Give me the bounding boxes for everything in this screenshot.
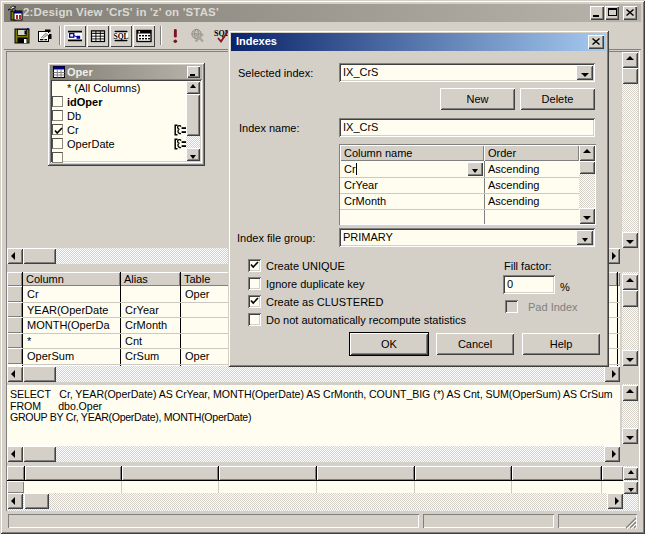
results-vscrollbar[interactable] — [623, 467, 638, 494]
cancel-query-button[interactable] — [187, 25, 209, 47]
show-sql-pane-button[interactable]: SQL — [110, 25, 132, 47]
scrollbar-thumb[interactable] — [622, 290, 638, 307]
column-row-operdate[interactable]: OperDate — [52, 137, 184, 151]
scroll-left-button[interactable] — [7, 446, 23, 462]
scrollbar-thumb[interactable] — [579, 161, 595, 174]
scroll-right-button[interactable] — [604, 446, 620, 462]
show-results-pane-button[interactable] — [133, 25, 155, 47]
grid-row-selector[interactable] — [7, 348, 22, 364]
grid-row-selector[interactable] — [7, 317, 22, 333]
dropdown-button[interactable] — [576, 230, 593, 245]
selected-index-combo[interactable]: IX_CrS — [339, 63, 595, 82]
table-list-scrollbar[interactable] — [186, 81, 200, 161]
recompute-statistics-checkbox[interactable] — [248, 313, 261, 326]
scroll-down-button[interactable] — [622, 350, 638, 366]
grid-header-alias[interactable]: Alias — [120, 272, 180, 286]
dialog-close-button[interactable] — [588, 35, 604, 49]
show-diagram-pane-button[interactable] — [64, 25, 86, 47]
scrollbar-thumb[interactable] — [186, 94, 200, 136]
scroll-up-button[interactable] — [622, 385, 638, 401]
grid-cell[interactable]: Cnt — [125, 335, 142, 347]
scroll-left-button[interactable] — [7, 493, 23, 509]
properties-button[interactable] — [34, 25, 56, 47]
scroll-up-button[interactable] — [623, 467, 638, 480]
scrollbar-thumb[interactable] — [23, 248, 56, 264]
run-button[interactable] — [164, 25, 186, 47]
new-button[interactable]: New — [440, 88, 515, 110]
minimize-button[interactable] — [590, 6, 604, 20]
close-button[interactable] — [623, 6, 637, 20]
scroll-left-button[interactable] — [7, 248, 23, 264]
scroll-up-button[interactable] — [622, 274, 638, 290]
grid-row-selector[interactable] — [7, 286, 22, 302]
grid-cell[interactable]: CrYear — [344, 179, 378, 191]
help-button[interactable]: Help — [522, 333, 600, 355]
grid-cell[interactable]: Ascending — [488, 179, 539, 191]
scroll-right-button[interactable] — [607, 493, 623, 509]
cancel-button[interactable]: Cancel — [436, 333, 514, 355]
grid-header-column[interactable]: Column — [22, 272, 120, 286]
grid-cell[interactable]: Oper — [185, 350, 209, 362]
grid-cell[interactable]: CrMonth — [125, 319, 167, 331]
resize-grip-icon[interactable] — [625, 517, 637, 529]
scrollbar-thumb[interactable] — [23, 446, 56, 462]
grid-cell[interactable]: CrMonth — [344, 195, 386, 207]
scroll-down-button[interactable] — [622, 232, 638, 248]
dropdown-button[interactable] — [467, 162, 483, 176]
grid-scrollbar[interactable] — [579, 145, 595, 224]
table-minimize-button[interactable] — [187, 66, 200, 78]
create-unique-checkbox[interactable] — [248, 259, 261, 272]
scrollbar-thumb[interactable] — [622, 68, 638, 84]
index-file-group-combo[interactable]: PRIMARY — [339, 228, 595, 247]
scroll-down-button[interactable] — [579, 208, 595, 224]
results-hscrollbar[interactable] — [7, 493, 623, 509]
grid-row-selector[interactable] — [7, 302, 22, 318]
show-grid-pane-button[interactable] — [87, 25, 109, 47]
fill-factor-field[interactable]: 0 — [503, 275, 555, 294]
create-as-clustered-checkbox[interactable] — [248, 295, 261, 308]
column-row-db[interactable]: Db — [52, 109, 184, 123]
grid-cell[interactable]: Ascending — [488, 195, 539, 207]
grid-cell[interactable]: YEAR(OperDate — [27, 304, 108, 316]
table-window-oper[interactable]: Oper * (All Columns) idOper Db — [47, 62, 205, 166]
sql-vscrollbar[interactable] — [622, 384, 638, 444]
ignore-duplicate-key-checkbox[interactable] — [248, 277, 261, 290]
table-window-titlebar[interactable]: Oper — [50, 65, 202, 79]
column-row-idoper[interactable]: idOper — [52, 95, 184, 109]
grid-cell[interactable]: Cr — [27, 288, 39, 300]
scrollbar-thumb[interactable] — [23, 366, 56, 382]
column-checkbox[interactable] — [52, 110, 63, 121]
scroll-right-button[interactable] — [604, 366, 620, 382]
save-button[interactable] — [11, 25, 33, 47]
grid-cell-editor[interactable]: Cr — [340, 161, 484, 177]
grid-cell[interactable]: OperSum — [27, 350, 74, 362]
grid-hscrollbar[interactable] — [7, 366, 620, 382]
scroll-down-button[interactable] — [186, 148, 200, 161]
index-name-field[interactable]: IX_CrS — [339, 118, 595, 137]
results-row-selector[interactable] — [7, 481, 24, 493]
scroll-up-button[interactable] — [622, 52, 638, 68]
delete-button[interactable]: Delete — [520, 88, 595, 110]
column-checkbox[interactable] — [52, 96, 63, 107]
column-row-all-columns[interactable]: * (All Columns) — [52, 81, 184, 95]
maximize-button[interactable] — [605, 6, 619, 20]
sql-pane[interactable]: SELECT Cr, YEAR(OperDate) AS CrYear, MON… — [7, 382, 620, 446]
grid-vscrollbar[interactable] — [622, 272, 638, 366]
scroll-up-button[interactable] — [186, 81, 200, 94]
scroll-left-button[interactable] — [7, 366, 23, 382]
dropdown-button[interactable] — [576, 65, 593, 80]
grid-row-selector[interactable] — [7, 333, 22, 349]
grid-cell[interactable]: Oper — [185, 288, 209, 300]
sql-hscrollbar[interactable] — [7, 446, 620, 462]
diagram-vscrollbar[interactable] — [622, 52, 638, 248]
scroll-down-button[interactable] — [622, 428, 638, 444]
column-checkbox[interactable] — [52, 138, 63, 149]
scrollbar-thumb[interactable] — [24, 493, 49, 509]
scroll-down-button[interactable] — [623, 481, 638, 494]
column-row-cr[interactable]: Cr — [52, 123, 184, 137]
column-checkbox[interactable] — [52, 124, 63, 135]
grid-cell[interactable]: CrSum — [125, 350, 159, 362]
grid-cell[interactable]: * — [27, 335, 31, 347]
grid-cell[interactable]: CrYear — [125, 304, 159, 316]
grid-cell[interactable]: MONTH(OperDa — [27, 319, 110, 331]
